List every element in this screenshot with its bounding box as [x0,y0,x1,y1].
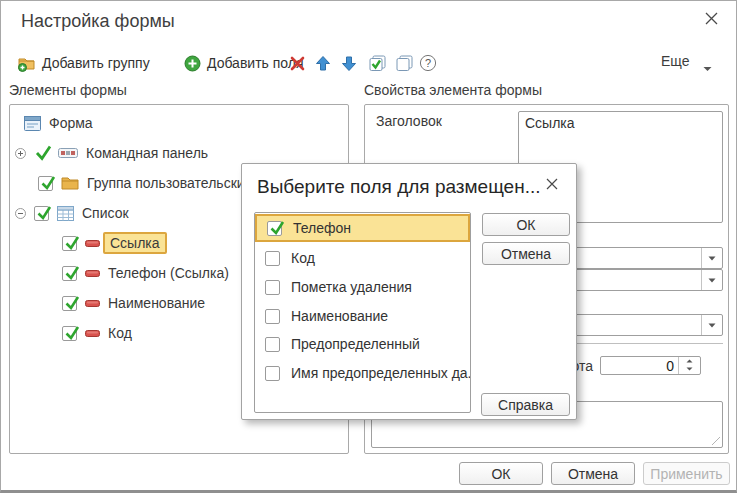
checkbox-icon[interactable] [265,337,280,352]
dialog-help-button[interactable]: Справка [481,393,570,416]
check-all-icon[interactable] [366,52,388,74]
dialog-title: Выберите поля для размещен... [257,176,541,198]
uncheck-all-icon[interactable] [393,52,415,74]
select-fields-dialog: Выберите поля для размещен... Телефон Ко… [241,163,577,420]
form-settings-window: Настройка формы Добавить группу Добавить… [0,0,737,493]
checkbox-checked-icon[interactable] [62,266,77,281]
spinner-up-icon[interactable] [679,357,700,365]
ok-button[interactable]: ОК [459,462,543,485]
window-title: Настройка формы [21,11,175,32]
folder-icon [61,176,79,190]
dialog-cancel-button[interactable]: Отмена [482,242,570,265]
tree-item-form[interactable]: Форма [24,108,93,138]
command-bar-icon [58,148,78,158]
table-icon [57,206,74,221]
field-icon [85,270,100,277]
delete-icon[interactable] [290,52,305,74]
tree-item-label: Наименование [108,295,205,311]
field-icon [85,330,100,337]
checkbox-checked-icon[interactable] [62,236,77,251]
tree-item-code[interactable]: Код [62,318,132,348]
tree-item-phone-link[interactable]: Телефон (Ссылка) [62,258,229,288]
add-group-folder-icon [17,55,36,72]
field-row-code[interactable]: Код [255,244,470,272]
move-up-icon[interactable] [315,52,331,74]
cancel-button[interactable]: Отмена [551,462,635,485]
field-row-predefined-data-name[interactable]: Имя предопределенных да... [255,359,470,387]
tree-item-link[interactable]: Ссылка [62,228,167,258]
header-property-label: Заголовок [376,113,442,129]
spinner-down-icon[interactable] [679,365,700,373]
header-property-value: Ссылка [525,115,575,131]
right-section-title: Свойства элемента формы [364,82,542,98]
chevron-down-icon[interactable] [701,315,722,335]
field-label: Пометка удаления [291,279,412,295]
svg-text:?: ? [425,57,431,69]
add-fields-button[interactable]: Добавить поля [184,52,304,74]
checkbox-icon[interactable] [265,366,280,381]
window-close-icon[interactable] [699,7,723,31]
dialog-ok-button[interactable]: ОК [482,213,570,236]
checkbox-checked-icon[interactable] [267,221,282,236]
checkbox-checked-icon[interactable] [62,296,77,311]
field-label: Телефон [293,220,351,236]
field-label: Наименование [291,308,388,324]
height-spinner[interactable]: 0 [600,356,701,375]
field-label: Код [291,250,315,266]
spinner-buttons [678,357,700,374]
tree-item-label: Командная панель [86,145,208,161]
resize-grip[interactable] [712,437,720,445]
field-row-predefined[interactable]: Предопределенный [255,330,470,358]
field-row-deletion-mark[interactable]: Пометка удаления [255,273,470,301]
tree-item-label: Ссылка [103,232,167,254]
chevron-down-icon[interactable] [701,248,722,268]
left-section-title: Элементы формы [9,82,127,98]
form-icon [24,116,41,131]
checkbox-checked-icon[interactable] [62,326,77,341]
checkbox-checked-icon[interactable] [34,206,49,221]
check-icon[interactable] [34,146,50,161]
height-value: 0 [666,358,674,374]
add-group-button[interactable]: Добавить группу [17,52,150,74]
checkbox-icon[interactable] [265,280,280,295]
add-group-label: Добавить группу [42,55,150,71]
field-label: Предопределенный [291,336,420,352]
field-row-phone[interactable]: Телефон [255,214,470,242]
tree-item-list[interactable]: Список [15,198,129,228]
tree-item-user-group[interactable]: Группа пользовательских [38,168,252,198]
fields-list: Телефон Код Пометка удаления Наименовани… [254,212,471,413]
move-down-icon[interactable] [341,52,357,74]
tree-item-label: Форма [49,115,93,131]
checkbox-icon[interactable] [265,251,280,266]
field-icon [85,300,100,307]
tree-item-name[interactable]: Наименование [62,288,205,318]
more-button[interactable]: Еще [661,53,690,69]
checkbox-checked-icon[interactable] [38,176,53,191]
expand-plus-icon[interactable] [15,148,26,159]
field-icon [85,240,100,247]
tree-item-label: Код [108,325,132,341]
more-caret-icon[interactable] [703,58,712,76]
dialog-close-icon[interactable] [542,175,562,195]
apply-button: Применить [643,462,730,485]
collapse-minus-icon[interactable] [15,208,26,219]
tree-item-label: Список [82,205,129,221]
add-fields-plus-icon [184,55,201,72]
tree-item-command-bar[interactable]: Командная панель [15,138,208,168]
field-row-name[interactable]: Наименование [255,302,470,330]
field-label: Имя предопределенных да... [291,365,471,381]
tree-item-label: Телефон (Ссылка) [108,265,229,281]
help-icon[interactable]: ? [419,52,437,74]
chevron-down-icon[interactable] [701,270,722,290]
tree-item-label: Группа пользовательских [87,175,252,191]
checkbox-icon[interactable] [265,309,280,324]
